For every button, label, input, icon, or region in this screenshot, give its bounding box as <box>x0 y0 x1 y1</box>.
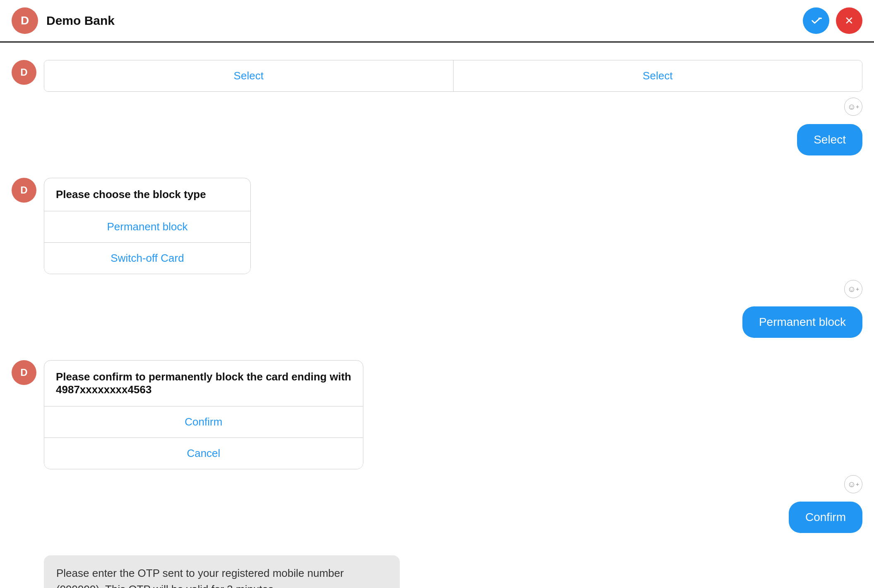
select-double-card: Select Select <box>44 60 862 92</box>
confirm-bubble-button[interactable]: Confirm <box>789 502 862 533</box>
chat-area: D Select Select ☺+ Select D Please choos… <box>0 43 874 588</box>
check-confirm-button[interactable] <box>803 7 829 34</box>
emoji-icon-1: ☺ <box>848 102 856 112</box>
emoji-add-row-1: ☺+ <box>0 97 874 119</box>
select-left-button[interactable]: Select <box>44 60 454 91</box>
switchoff-card-option[interactable]: Switch-off Card <box>44 242 250 274</box>
emoji-add-button-3[interactable]: ☺+ <box>844 475 862 493</box>
block-type-row: D Please choose the block type Permanent… <box>0 173 874 279</box>
permanent-block-bubble-row: Permanent block <box>0 301 874 343</box>
close-icon: ✕ <box>845 14 854 27</box>
emoji-add-row-2: ☺+ <box>0 279 874 301</box>
user-avatar-1: D <box>12 60 36 85</box>
emoji-icon-3: ☺ <box>848 480 856 489</box>
check-icon <box>810 15 822 26</box>
confirm-bubble-row: Confirm <box>0 497 874 538</box>
emoji-add-button-1[interactable]: ☺+ <box>844 98 862 116</box>
emoji-add-button-2[interactable]: ☺+ <box>844 280 862 298</box>
app-title: Demo Bank <box>46 14 115 28</box>
emoji-icon-2: ☺ <box>848 284 856 294</box>
confirm-option-button[interactable]: Confirm <box>44 406 363 437</box>
user-avatar-3: D <box>12 360 36 385</box>
emoji-add-row-3: ☺+ <box>0 474 874 497</box>
select-double-row: D Select Select <box>0 55 874 97</box>
block-type-header: Please choose the block type <box>44 178 250 211</box>
header-actions: ✕ <box>803 7 862 34</box>
close-button[interactable]: ✕ <box>836 7 862 34</box>
user-avatar-2: D <box>12 178 36 203</box>
select-right-button[interactable]: Select <box>454 60 862 91</box>
otp-gray-bubble: Please enter the OTP sent to your regist… <box>44 555 400 588</box>
cancel-option-button[interactable]: Cancel <box>44 437 363 469</box>
permanent-block-bubble-button[interactable]: Permanent block <box>742 306 862 338</box>
otp-gray-row: Please enter the OTP sent to your regist… <box>0 550 874 588</box>
select-bubble-button[interactable]: Select <box>797 124 862 155</box>
confirm-card-row: D Please confirm to permanently block th… <box>0 355 874 474</box>
permanent-block-option[interactable]: Permanent block <box>44 211 250 242</box>
select-bubble-row: Select <box>0 119 874 160</box>
app-header: D Demo Bank ✕ <box>0 0 874 43</box>
confirm-card: Please confirm to permanently block the … <box>44 360 363 469</box>
confirm-card-header: Please confirm to permanently block the … <box>44 361 363 406</box>
header-avatar: D <box>12 7 38 34</box>
block-type-card: Please choose the block type Permanent b… <box>44 178 251 274</box>
